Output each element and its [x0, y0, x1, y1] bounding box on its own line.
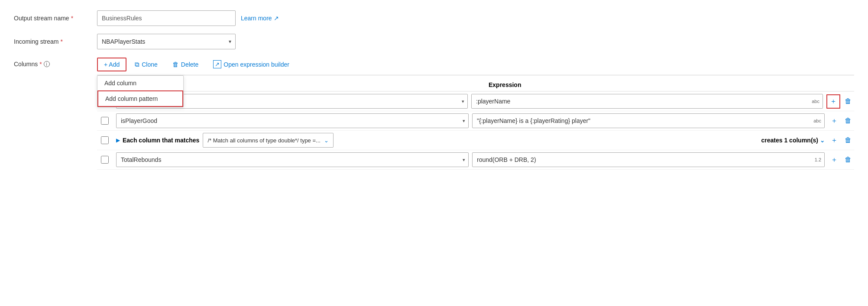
- plus-icon-1: ＋: [830, 97, 837, 106]
- trash-icon-4: 🗑: [845, 156, 852, 164]
- add-row-button-2[interactable]: ＋: [828, 115, 840, 127]
- table-header: Expression: [97, 79, 854, 92]
- clone-button[interactable]: ⧉ Clone: [128, 58, 164, 71]
- incoming-stream-label-text: Incoming stream: [14, 38, 58, 45]
- open-builder-icon: ↗: [213, 60, 221, 68]
- columns-section: Columns * i + Add ⧉ Clone 🗑 Delete ↗: [14, 57, 854, 170]
- pattern-table-row: ▶ Each column that matches /* Match all …: [97, 131, 854, 150]
- row-checkbox-pattern[interactable]: [101, 136, 109, 144]
- table-row: isPlayerGood ▾ abc ＋ 🗑: [97, 111, 854, 131]
- external-link-icon: ↗: [274, 15, 279, 22]
- trash-icon-pattern: 🗑: [845, 136, 852, 144]
- learn-more-link[interactable]: Learn more ↗: [241, 15, 279, 22]
- delete-row-button-1[interactable]: 🗑: [842, 96, 854, 107]
- output-stream-label: Output stream name *: [14, 15, 92, 22]
- table-row: playerName ▾ abc ＋ 🗑: [97, 92, 854, 111]
- expand-arrow-icon[interactable]: ▶: [116, 137, 120, 143]
- output-stream-label-text: Output stream name: [14, 15, 69, 22]
- pattern-expr-button[interactable]: /* Match all columns of type double*/ ty…: [203, 133, 334, 148]
- creates-chevron-icon[interactable]: ⌄: [820, 137, 825, 144]
- row-checkbox-4[interactable]: [101, 156, 109, 164]
- trash-icon-1: 🗑: [845, 97, 852, 105]
- incoming-stream-row: Incoming stream * NBAPlayerStats ▾: [14, 34, 854, 49]
- add-button[interactable]: + Add: [97, 58, 126, 71]
- info-icon[interactable]: i: [44, 61, 50, 67]
- columns-label: Columns * i: [14, 57, 92, 68]
- each-column-label: Each column that matches: [123, 137, 199, 144]
- add-row-button-4[interactable]: ＋: [828, 154, 840, 166]
- row-actions-1: ＋ 🗑: [826, 94, 854, 109]
- row-checkbox-2[interactable]: [101, 117, 109, 125]
- th-expression: Expression: [485, 81, 851, 89]
- incoming-stream-select-wrapper: NBAPlayerStats ▾: [97, 34, 236, 49]
- toolbar: + Add ⧉ Clone 🗑 Delete ↗ Open expression…: [97, 57, 854, 71]
- pattern-label-group: ▶ Each column that matches: [116, 137, 199, 144]
- plus-icon-2: ＋: [831, 116, 838, 126]
- divider: [97, 75, 854, 75]
- pattern-expr-text: /* Match all columns of type double*/ ty…: [207, 137, 321, 144]
- required-star-2: *: [60, 38, 62, 45]
- col-expr-input-4[interactable]: [472, 152, 825, 167]
- incoming-stream-label: Incoming stream *: [14, 38, 92, 45]
- add-column-pattern-item[interactable]: Add column pattern: [97, 90, 183, 107]
- pattern-expand-icon: ⌄: [324, 137, 329, 144]
- col-expr-wrapper-4: 1.2: [472, 152, 825, 167]
- delete-button[interactable]: 🗑 Delete: [166, 58, 205, 71]
- add-button-label: + Add: [104, 61, 120, 68]
- clone-icon: ⧉: [135, 61, 139, 68]
- col-expr-wrapper-1: abc: [471, 94, 823, 109]
- col-name-select-4[interactable]: TotalRebounds: [116, 152, 469, 167]
- add-column-item[interactable]: Add column: [97, 76, 183, 90]
- plus-icon-4: ＋: [831, 155, 838, 164]
- incoming-stream-select[interactable]: NBAPlayerStats: [97, 34, 236, 49]
- table-row: TotalRebounds ▾ 1.2 ＋ 🗑: [97, 150, 854, 170]
- col-expr-input-2[interactable]: [472, 113, 825, 128]
- required-star-3: *: [39, 61, 42, 68]
- columns-content: + Add ⧉ Clone 🗑 Delete ↗ Open expression…: [97, 57, 854, 170]
- row-actions-2: ＋ 🗑: [828, 115, 854, 127]
- output-stream-input[interactable]: [97, 10, 236, 26]
- trash-icon-2: 🗑: [845, 117, 852, 125]
- delete-row-button-2[interactable]: 🗑: [842, 115, 854, 126]
- delete-button-label: Delete: [181, 61, 198, 68]
- delete-row-button-4[interactable]: 🗑: [842, 154, 854, 165]
- col-name-wrapper-4: TotalRebounds ▾: [116, 152, 469, 167]
- output-stream-row: Output stream name * Learn more ↗: [14, 10, 854, 26]
- open-expression-builder-button[interactable]: ↗ Open expression builder: [207, 57, 296, 71]
- clone-button-label: Clone: [142, 61, 158, 68]
- delete-icon: 🗑: [172, 61, 179, 68]
- columns-label-text: Columns: [14, 61, 38, 68]
- row-actions-4: ＋ 🗑: [828, 154, 854, 166]
- col-expr-wrapper-2: abc: [472, 113, 825, 128]
- delete-row-button-pattern[interactable]: 🗑: [842, 135, 854, 146]
- main-container: Output stream name * Learn more ↗ Incomi…: [0, 0, 868, 180]
- pattern-expr-group: /* Match all columns of type double*/ ty…: [203, 133, 758, 148]
- row-actions-pattern: ＋ 🗑: [828, 134, 854, 147]
- add-row-button-1[interactable]: ＋: [826, 94, 840, 109]
- col-expr-input-1[interactable]: [471, 94, 823, 109]
- open-builder-label: Open expression builder: [223, 61, 289, 68]
- creates-text: creates 1 column(s): [761, 137, 819, 144]
- creates-label-group: creates 1 column(s) ⌄: [761, 137, 825, 144]
- col-name-select-2[interactable]: isPlayerGood: [116, 113, 469, 128]
- required-star: *: [71, 15, 73, 22]
- add-dropdown-menu: Add column Add column pattern: [97, 75, 184, 107]
- add-row-button-pattern[interactable]: ＋: [828, 134, 840, 147]
- learn-more-text: Learn more: [241, 15, 272, 22]
- col-name-wrapper-2: isPlayerGood ▾: [116, 113, 469, 128]
- plus-icon-pattern: ＋: [831, 136, 838, 145]
